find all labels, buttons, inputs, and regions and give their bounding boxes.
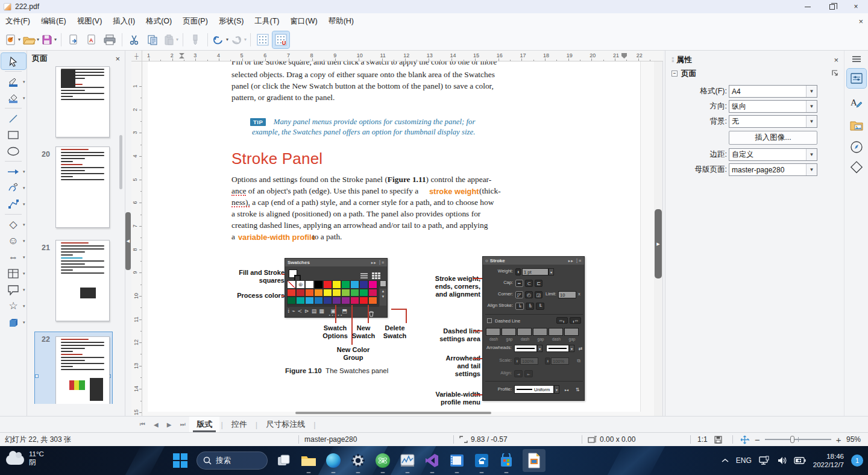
weather-widget[interactable]: 11°C阴 (6, 450, 44, 467)
fit-page-icon[interactable] (740, 433, 749, 446)
page-format-select[interactable]: A4▼ (729, 85, 817, 98)
section-popout-icon[interactable] (831, 69, 838, 78)
redo-button[interactable]: ▾ (230, 31, 247, 48)
volume-icon[interactable] (777, 456, 787, 465)
orientation-select[interactable]: 纵向▼ (729, 100, 817, 113)
new-document-button[interactable]: ▾ (4, 31, 21, 48)
document-canvas[interactable]: ┼ 12345678910111213141516171819202122 12… (131, 51, 663, 416)
file-explorer-icon[interactable] (300, 452, 317, 469)
menu-item-9[interactable]: 帮助(H) (323, 14, 359, 29)
master-page-info[interactable]: master-page280 (304, 433, 357, 446)
save-button[interactable]: ▾ (40, 31, 57, 48)
background-select[interactable]: 无▼ (729, 115, 817, 128)
minimize-button[interactable] (796, 0, 820, 13)
battery-icon[interactable] (794, 457, 806, 464)
cut-button[interactable] (126, 31, 143, 48)
left-panel-collapse-handle[interactable]: ◀ (125, 212, 131, 270)
table-tool[interactable]: ▾ (1, 265, 26, 282)
curve-tool[interactable]: ▾ (1, 180, 26, 196)
active-app-icon[interactable] (523, 449, 546, 472)
close-button[interactable]: × (844, 0, 868, 13)
right-margin-marker[interactable] (621, 53, 627, 58)
menu-item-3[interactable]: 插入(I) (107, 14, 140, 29)
media-app-icon[interactable] (448, 452, 465, 469)
rectangle-tool[interactable] (1, 127, 26, 143)
right-panel-collapse-handle[interactable]: ▶ (655, 209, 662, 278)
menu-item-5[interactable]: 页面(P) (177, 14, 213, 29)
polyline-tool[interactable]: ▾ (1, 196, 26, 212)
menu-item-1[interactable]: 编辑(E) (36, 14, 72, 29)
start-button[interactable] (172, 452, 189, 469)
edge-browser-icon[interactable] (325, 452, 342, 469)
microsoft-store-icon[interactable] (498, 452, 515, 469)
zoom-in-button[interactable]: + (836, 435, 841, 445)
sidebar-gallery-icon[interactable] (847, 116, 866, 135)
zoom-slider[interactable] (765, 439, 831, 440)
format-brush-button[interactable] (187, 31, 204, 48)
menu-item-0[interactable]: 文件(F) (0, 14, 36, 29)
menu-item-2[interactable]: 视图(V) (72, 14, 108, 29)
export-page-button[interactable] (65, 31, 82, 48)
menu-item-4[interactable]: 格式(O) (140, 14, 177, 29)
left-margin-marker[interactable] (179, 53, 184, 58)
canvas-vertical-scrollbar[interactable]: ▶ (654, 61, 662, 416)
tray-expand-chevron[interactable] (722, 458, 729, 463)
language-indicator[interactable]: ENG (736, 456, 752, 465)
save-state-icon[interactable] (714, 433, 722, 446)
page-thumbnail-22[interactable] (55, 336, 110, 404)
pages-scrollbar[interactable] (119, 135, 122, 189)
last-page-nav[interactable]: ⏭ (180, 421, 185, 428)
panel-drag-handle[interactable]: ⁞⁞ (671, 57, 674, 63)
network-icon[interactable] (759, 456, 770, 465)
page-thumbnail-20[interactable] (55, 146, 110, 228)
prev-page-nav[interactable]: ◀ (154, 421, 159, 428)
sidebar-styles-icon[interactable]: A (847, 93, 866, 112)
zoom-out-button[interactable]: − (755, 435, 760, 445)
menu-item-6[interactable]: 形状(S) (213, 14, 250, 29)
settings-app-icon[interactable] (350, 452, 366, 469)
document-page[interactable]: Fill or the Stroke square, and then clic… (148, 61, 641, 412)
atom-app-icon[interactable] (374, 452, 391, 469)
fill-color-tool[interactable]: ▾ (1, 90, 26, 106)
zoom-percent[interactable]: 95% (846, 433, 861, 446)
remote-app-icon[interactable] (473, 452, 490, 469)
menu-item-8[interactable]: 窗口(W) (285, 14, 323, 29)
basic-shapes-tool[interactable]: ◇▾ (1, 216, 26, 233)
symbol-shapes-tool[interactable]: ☺▾ (1, 233, 26, 249)
export-pdf-button[interactable]: A (83, 31, 100, 48)
properties-close-icon[interactable]: × (834, 55, 838, 64)
arrow-tool[interactable]: ▾ (1, 163, 26, 180)
page-thumbnail-prev[interactable] (55, 66, 110, 137)
paste-button[interactable]: ▾ (162, 31, 179, 48)
print-button[interactable] (101, 31, 118, 48)
margins-select[interactable]: 自定义▼ (729, 148, 817, 161)
restore-button[interactable] (820, 0, 844, 13)
next-page-nav[interactable]: ▶ (167, 421, 172, 428)
sidebar-menu-icon[interactable] (847, 53, 866, 65)
clock[interactable]: 18:46 2022/12/7 (813, 452, 844, 469)
tab-dimension-lines[interactable]: 尺寸标注线 (259, 417, 312, 432)
page-thumbnail-21[interactable] (55, 240, 110, 321)
pages-panel-close-icon[interactable]: × (115, 54, 120, 63)
zoom-slider-thumb[interactable] (790, 436, 794, 443)
document-close-icon[interactable]: × (858, 17, 863, 26)
star-tool[interactable]: ☆▾ (1, 298, 26, 314)
ellipse-tool[interactable] (1, 143, 26, 159)
section-collapse-icon[interactable]: − (671, 71, 678, 77)
sidebar-navigator-icon[interactable] (847, 137, 866, 157)
canvas-horizontal-scrollbar[interactable] (295, 412, 491, 414)
copy-button[interactable] (144, 31, 161, 48)
select-tool[interactable] (1, 53, 26, 69)
tab-layout[interactable]: 版式 (189, 417, 219, 432)
line-tool[interactable] (1, 110, 26, 127)
visual-studio-icon[interactable] (424, 452, 441, 469)
performance-monitor-icon[interactable] (399, 452, 416, 469)
tab-controls[interactable]: 控件 (224, 417, 254, 432)
snap-grid-button[interactable] (272, 31, 289, 48)
work-area[interactable]: Fill or the Stroke square, and then clic… (142, 61, 655, 416)
line-style-tool[interactable]: ▾ (1, 74, 26, 90)
sidebar-properties-icon[interactable] (847, 69, 866, 88)
master-page-select[interactable]: master-page280▼ (729, 163, 817, 176)
scale-ratio[interactable]: 1:1 (697, 433, 708, 446)
insert-image-button[interactable]: 插入图像... (729, 131, 817, 145)
